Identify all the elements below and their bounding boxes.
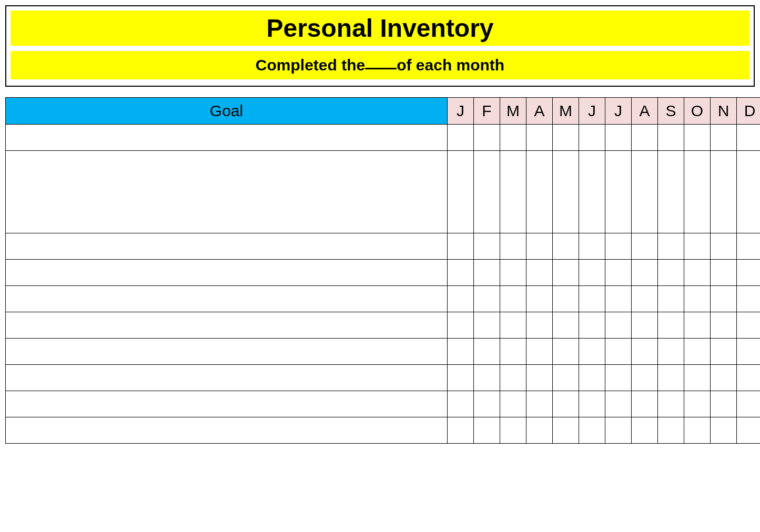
month-cell[interactable] (684, 151, 711, 233)
month-cell[interactable] (711, 339, 737, 365)
month-cell[interactable] (526, 233, 553, 260)
month-cell[interactable] (448, 260, 474, 286)
month-cell[interactable] (737, 365, 761, 391)
month-cell[interactable] (632, 233, 658, 260)
month-cell[interactable] (711, 151, 737, 233)
month-cell[interactable] (737, 339, 761, 365)
month-cell[interactable] (658, 312, 684, 339)
month-cell[interactable] (474, 417, 500, 444)
month-cell[interactable] (553, 417, 579, 444)
goal-cell[interactable] (6, 339, 448, 365)
month-cell[interactable] (474, 339, 500, 365)
month-cell[interactable] (500, 125, 526, 151)
month-cell[interactable] (500, 151, 526, 233)
month-cell[interactable] (579, 312, 605, 339)
goal-cell[interactable] (6, 391, 448, 417)
month-cell[interactable] (474, 151, 500, 233)
month-cell[interactable] (500, 391, 526, 417)
month-cell[interactable] (684, 260, 711, 286)
month-cell[interactable] (684, 312, 711, 339)
month-cell[interactable] (448, 365, 474, 391)
month-cell[interactable] (658, 233, 684, 260)
month-cell[interactable] (737, 312, 761, 339)
month-cell[interactable] (711, 391, 737, 417)
month-cell[interactable] (711, 365, 737, 391)
month-cell[interactable] (553, 365, 579, 391)
month-cell[interactable] (553, 233, 579, 260)
month-cell[interactable] (474, 125, 500, 151)
month-cell[interactable] (474, 312, 500, 339)
month-cell[interactable] (448, 391, 474, 417)
month-cell[interactable] (579, 286, 605, 312)
month-cell[interactable] (474, 260, 500, 286)
month-cell[interactable] (711, 125, 737, 151)
month-cell[interactable] (605, 125, 632, 151)
month-cell[interactable] (684, 339, 711, 365)
month-cell[interactable] (526, 125, 553, 151)
month-cell[interactable] (500, 260, 526, 286)
month-cell[interactable] (737, 151, 761, 233)
month-cell[interactable] (658, 365, 684, 391)
month-cell[interactable] (632, 125, 658, 151)
month-cell[interactable] (658, 125, 684, 151)
month-cell[interactable] (737, 260, 761, 286)
month-cell[interactable] (448, 125, 474, 151)
month-cell[interactable] (579, 151, 605, 233)
month-cell[interactable] (711, 286, 737, 312)
month-cell[interactable] (737, 391, 761, 417)
goal-cell[interactable] (6, 151, 448, 233)
month-cell[interactable] (711, 417, 737, 444)
month-cell[interactable] (448, 286, 474, 312)
month-cell[interactable] (526, 151, 553, 233)
month-cell[interactable] (553, 286, 579, 312)
month-cell[interactable] (526, 339, 553, 365)
month-cell[interactable] (658, 391, 684, 417)
month-cell[interactable] (711, 233, 737, 260)
month-cell[interactable] (605, 312, 632, 339)
month-cell[interactable] (605, 391, 632, 417)
month-cell[interactable] (605, 151, 632, 233)
month-cell[interactable] (684, 417, 711, 444)
month-cell[interactable] (605, 417, 632, 444)
month-cell[interactable] (448, 417, 474, 444)
month-cell[interactable] (500, 339, 526, 365)
month-cell[interactable] (632, 286, 658, 312)
month-cell[interactable] (579, 391, 605, 417)
month-cell[interactable] (579, 260, 605, 286)
month-cell[interactable] (579, 339, 605, 365)
month-cell[interactable] (632, 365, 658, 391)
month-cell[interactable] (632, 260, 658, 286)
month-cell[interactable] (553, 125, 579, 151)
month-cell[interactable] (684, 125, 711, 151)
month-cell[interactable] (448, 151, 474, 233)
goal-cell[interactable] (6, 260, 448, 286)
month-cell[interactable] (526, 417, 553, 444)
month-cell[interactable] (526, 391, 553, 417)
month-cell[interactable] (500, 417, 526, 444)
month-cell[interactable] (500, 365, 526, 391)
month-cell[interactable] (553, 151, 579, 233)
month-cell[interactable] (684, 233, 711, 260)
goal-cell[interactable] (6, 365, 448, 391)
month-cell[interactable] (605, 286, 632, 312)
month-cell[interactable] (632, 151, 658, 233)
month-cell[interactable] (658, 286, 684, 312)
month-cell[interactable] (632, 339, 658, 365)
month-cell[interactable] (553, 391, 579, 417)
month-cell[interactable] (579, 125, 605, 151)
month-cell[interactable] (553, 339, 579, 365)
month-cell[interactable] (526, 260, 553, 286)
goal-cell[interactable] (6, 417, 448, 444)
month-cell[interactable] (737, 417, 761, 444)
month-cell[interactable] (500, 233, 526, 260)
month-cell[interactable] (448, 312, 474, 339)
month-cell[interactable] (553, 312, 579, 339)
month-cell[interactable] (737, 286, 761, 312)
month-cell[interactable] (474, 365, 500, 391)
month-cell[interactable] (526, 365, 553, 391)
month-cell[interactable] (737, 233, 761, 260)
month-cell[interactable] (474, 391, 500, 417)
month-cell[interactable] (632, 312, 658, 339)
month-cell[interactable] (658, 417, 684, 444)
month-cell[interactable] (605, 339, 632, 365)
